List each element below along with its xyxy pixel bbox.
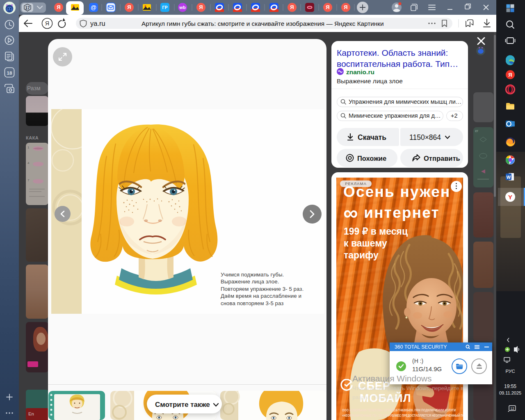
svg-text:W: W [507,175,511,180]
svg-text:19:55: 19:55 [504,383,516,389]
svg-text:1: 1 [27,146,30,149]
svg-text:7: 7 [27,178,30,182]
svg-text:wb: wb [179,5,186,10]
svg-text:ГР: ГР [162,5,168,10]
svg-text:@: @ [91,4,96,11]
svg-text:09.11.2025: 09.11.2025 [499,390,521,395]
svg-text:РУС: РУС [505,369,515,374]
svg-text:Я: Я [45,20,49,27]
svg-text:4: 4 [27,161,30,165]
svg-text:12: 12 [510,406,514,411]
svg-text:18: 18 [7,71,12,75]
svg-text:ya.ru: ya.ru [90,20,105,27]
svg-text:Я: Я [508,72,512,78]
svg-text:Y: Y [508,194,512,201]
